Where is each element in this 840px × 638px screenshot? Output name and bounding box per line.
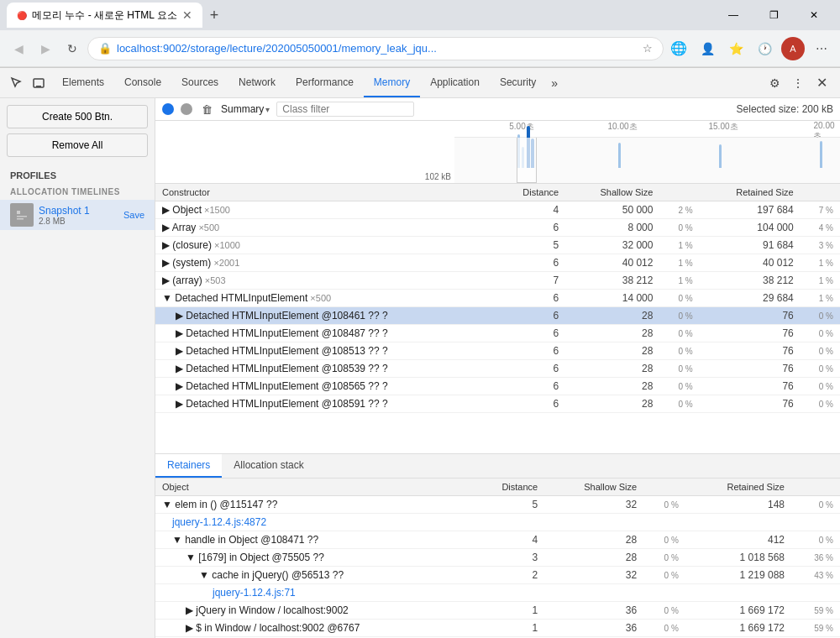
bottom-tabs: Retainers Allocation stack	[155, 454, 840, 478]
table-row[interactable]: ▶ Detached HTMLInputElement @108487 ?? ?…	[155, 325, 840, 343]
retainers-table-container[interactable]: Object Distance Shallow Size Retained Si…	[155, 478, 840, 638]
tab-performance[interactable]: Performance	[286, 68, 364, 97]
link-cell[interactable]: jquery-1.12.4.js:4872	[155, 514, 840, 531]
object-cell: ▶ jQuery in Window / localhost:9002	[155, 602, 470, 620]
distance-cell: 6	[496, 325, 566, 343]
shallow-size-cell: 28	[565, 325, 659, 343]
tab-application[interactable]: Application	[420, 68, 490, 97]
remove-all-btn[interactable]: Remove All	[7, 133, 148, 157]
ret-shallow-pct-cell: 0 %	[643, 602, 685, 620]
history-icon[interactable]: 🕐	[753, 37, 776, 60]
timeline-selection[interactable]	[517, 138, 537, 183]
ret-retained-pct-cell: 0 %	[791, 531, 840, 549]
ret-retained-pct-cell: 59 %	[791, 620, 840, 637]
create-btn[interactable]: Create 500 Btn.	[7, 105, 148, 128]
table-row[interactable]: ▶ Detached HTMLInputElement @108513 ?? ?…	[155, 343, 840, 360]
more-options-button[interactable]: ⋮	[788, 73, 808, 93]
table-row[interactable]: ▶ Detached HTMLInputElement @108565 ?? ?…	[155, 378, 840, 395]
summary-label: Summary	[221, 103, 264, 115]
ret-distance-cell: 1	[470, 620, 544, 637]
minimize-button[interactable]: —	[714, 0, 753, 30]
tab-retainers[interactable]: Retainers	[155, 454, 222, 478]
tab-memory[interactable]: Memory	[364, 68, 420, 97]
ret-retained-pct-cell: 36 %	[791, 549, 840, 567]
list-item: ▼ handle in Object @108471 ?? 4 28 0 % 4…	[155, 531, 840, 549]
table-row[interactable]: ▶ Object ×1500 4 50 000 2 % 197 684 7 %	[155, 201, 840, 219]
devtools-close-button[interactable]: ✕	[811, 73, 832, 93]
back-button[interactable]: ◀	[7, 37, 30, 60]
list-item[interactable]: jquery-1.12.4.js:71	[155, 584, 840, 602]
retainers-header: Object Distance Shallow Size Retained Si…	[155, 478, 840, 496]
device-toolbar-button[interactable]	[29, 73, 49, 93]
retained-size-cell: 197 684	[700, 201, 801, 219]
timeline-chart[interactable]	[454, 138, 840, 183]
ret-retained-cell: 1 669 172	[685, 620, 791, 637]
retained-pct-cell: 0 %	[801, 378, 840, 395]
list-item: ▼ elem in () @115147 ?? 5 32 0 % 148 0 %	[155, 496, 840, 514]
table-row[interactable]: ▼ Detached HTMLInputElement ×500 6 14 00…	[155, 290, 840, 307]
tab-console[interactable]: Console	[114, 68, 171, 97]
devtools-toolbar: Elements Console Sources Network Perform…	[0, 68, 840, 98]
table-row[interactable]: ▶ Detached HTMLInputElement @108591 ?? ?…	[155, 395, 840, 413]
restore-button[interactable]: ❐	[754, 0, 793, 30]
distance-cell: 6	[496, 307, 566, 325]
devtools-tabs: Elements Console Sources Network Perform…	[52, 68, 759, 97]
bookmark-icon[interactable]: ⭐	[724, 37, 748, 60]
ret-shallow-pct-cell: 0 %	[643, 496, 685, 514]
active-tab[interactable]: 🔴 메모리 누수 - 새로운 HTML 요소 ✕	[7, 3, 202, 28]
ret-shallow-cell: 28	[544, 549, 643, 567]
ret-distance-cell: 4	[470, 531, 544, 549]
tab-elements[interactable]: Elements	[52, 68, 114, 97]
distance-cell: 6	[496, 378, 566, 395]
axis-label-0: 5.00초	[509, 121, 533, 133]
forward-button[interactable]: ▶	[34, 37, 57, 60]
table-row[interactable]: ▶ (system) ×2001 6 40 012 1 % 40 012 1 %	[155, 254, 840, 272]
table-row[interactable]: ▶ Array ×500 6 8 000 0 % 104 000 4 %	[155, 219, 840, 237]
star-icon[interactable]: ☆	[643, 42, 653, 55]
user-avatar[interactable]: A	[781, 37, 805, 60]
table-row[interactable]: ▶ Detached HTMLInputElement @108539 ?? ?…	[155, 360, 840, 378]
ret-retained-cell: 412	[685, 531, 791, 549]
tab-sources[interactable]: Sources	[171, 68, 228, 97]
menu-button[interactable]: ⋯	[810, 37, 833, 60]
more-tabs-button[interactable]: »	[546, 76, 563, 90]
shallow-pct-cell: 0 %	[659, 325, 699, 343]
tab-allocation-stack[interactable]: Allocation stack	[222, 454, 315, 478]
tab-network[interactable]: Network	[228, 68, 286, 97]
constructor-cell: ▶ Array ×500	[155, 219, 496, 237]
avatar-area[interactable]: A	[781, 37, 805, 60]
new-tab-button[interactable]: +	[202, 3, 226, 27]
translate-icon[interactable]: 🌐	[667, 37, 690, 60]
constructor-cell: ▶ Detached HTMLInputElement @108591 ?? ?	[155, 395, 496, 413]
tab-close-button[interactable]: ✕	[182, 8, 192, 22]
settings-button[interactable]: ⚙	[764, 73, 785, 93]
heap-table-container[interactable]: Constructor Distance Shallow Size Retain…	[155, 184, 840, 453]
devtools-content: 🗑 Summary ▾ Selected size: 200 kB 102 kB…	[155, 98, 840, 638]
clear-button[interactable]: 🗑	[199, 102, 214, 117]
profile-icon[interactable]: 👤	[696, 37, 719, 60]
shallow-pct-cell: 0 %	[659, 290, 699, 307]
ret-col-retained-pct	[791, 478, 840, 496]
list-item[interactable]: jquery-1.12.4.js:4872	[155, 514, 840, 531]
link-cell[interactable]: jquery-1.12.4.js:71	[155, 584, 840, 602]
retained-pct-cell: 0 %	[801, 325, 840, 343]
svg-rect-5	[17, 218, 24, 220]
snapshot-item[interactable]: Snapshot 1 2.8 MB Save	[0, 200, 155, 230]
snapshot-save-link[interactable]: Save	[123, 210, 144, 220]
close-button[interactable]: ✕	[795, 0, 833, 30]
table-row[interactable]: ▶ (closure) ×1000 5 32 000 1 % 91 684 3 …	[155, 237, 840, 254]
retainers-body: ▼ elem in () @115147 ?? 5 32 0 % 148 0 %…	[155, 496, 840, 637]
url-bar[interactable]: 🔒 localhost:9002/storage/lecture/2020050…	[87, 37, 664, 60]
tab-security[interactable]: Security	[490, 68, 546, 97]
record-button[interactable]	[162, 103, 174, 115]
stop-button[interactable]	[181, 103, 192, 115]
timeline-area[interactable]: 102 kB 5.00초 10.00초 15.00초 20.00초 25.00초…	[155, 121, 840, 184]
inspect-element-button[interactable]	[7, 73, 27, 93]
reload-button[interactable]: ↻	[60, 37, 84, 60]
selected-size-label: Selected size: 200 kB	[737, 103, 833, 115]
table-row[interactable]: ▶ Detached HTMLInputElement @108461 ?? ?…	[155, 307, 840, 325]
table-row[interactable]: ▶ (array) ×503 7 38 212 1 % 38 212 1 %	[155, 272, 840, 290]
class-filter-input[interactable]	[276, 102, 414, 117]
dropdown-arrow-icon: ▾	[265, 105, 270, 114]
summary-dropdown[interactable]: Summary ▾	[221, 103, 270, 115]
